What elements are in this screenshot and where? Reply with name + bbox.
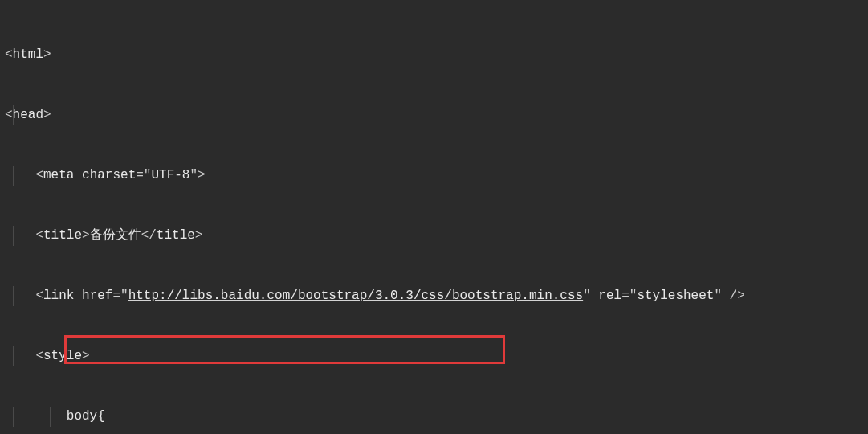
space [74, 289, 82, 303]
attr-rel: rel [598, 289, 621, 303]
angle-open: < [5, 108, 13, 122]
quote: " [714, 289, 722, 303]
tag-html: html [13, 47, 43, 62]
attr-href: href [82, 289, 112, 303]
tag-style: style [43, 349, 82, 363]
angle-close: > [43, 47, 51, 62]
angle-open-slash: </ [141, 228, 157, 243]
angle-close: > [43, 108, 51, 122]
angle-close: > [82, 349, 90, 363]
css-selector: body{ [67, 409, 105, 424]
tag-title: title [43, 228, 82, 243]
quote: " [583, 289, 591, 303]
code-editor[interactable]: <html> <head> <meta charset="UTF-8"> <ti… [0, 0, 868, 434]
angle-close: > [198, 168, 206, 182]
tag-title-close: title [157, 228, 195, 243]
tag-meta: meta [43, 168, 74, 182]
equals-quote: =" [621, 289, 637, 303]
space [722, 289, 730, 303]
val-stylesheet: stylesheet [637, 289, 714, 303]
angle-close: > [82, 228, 90, 243]
tag-link: link [43, 289, 74, 303]
fold-guide [13, 105, 14, 125]
tag-head: head [13, 108, 43, 122]
self-close: /> [730, 289, 745, 303]
code-line: <head> [5, 105, 868, 125]
href-url: http://libs.baidu.com/bootstrap/3.0.3/cs… [128, 289, 584, 303]
angle-open: < [35, 168, 43, 182]
code-line: body{ [5, 407, 868, 427]
fold-guide [13, 226, 14, 246]
angle-open: < [35, 289, 43, 303]
angle-open: < [35, 349, 43, 363]
space [591, 289, 599, 303]
angle-close: > [195, 228, 203, 243]
fold-guide [13, 346, 14, 366]
fold-guide [50, 407, 51, 427]
angle-open: < [5, 47, 13, 62]
equals-quote: =" [112, 289, 128, 303]
code-line: <html> [5, 45, 868, 65]
fold-guide [13, 166, 14, 186]
val-utf8: UTF-8 [151, 168, 189, 182]
code-line: <title>备份文件</title> [5, 226, 868, 246]
code-line: <link href="http://libs.baidu.com/bootst… [5, 286, 868, 306]
title-text: 备份文件 [90, 228, 141, 243]
fold-guide [13, 407, 14, 427]
space [74, 168, 82, 182]
code-line: <style> [5, 346, 868, 366]
angle-open: < [35, 228, 43, 243]
code-line: <meta charset="UTF-8"> [5, 166, 868, 186]
attr-charset: charset [82, 168, 136, 182]
quote: " [189, 168, 198, 182]
equals-quote: =" [136, 168, 151, 182]
fold-guide [13, 286, 14, 306]
